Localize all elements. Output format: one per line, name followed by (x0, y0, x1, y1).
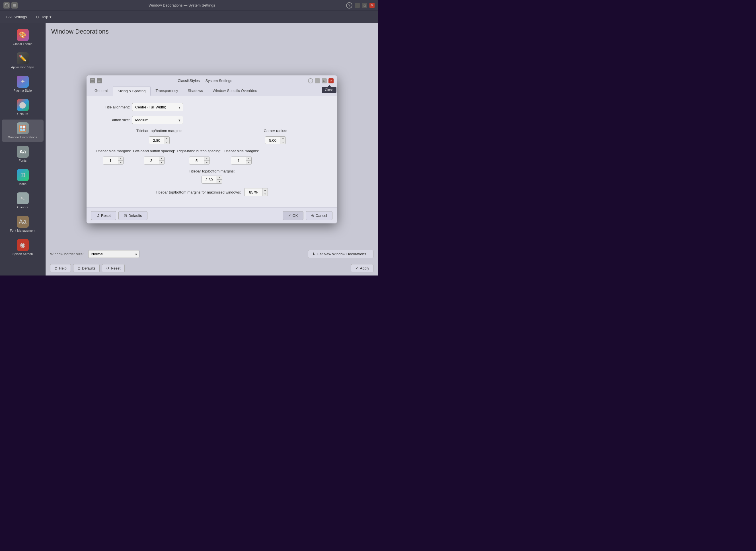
sidebar-label-window-decorations: Window Decorations (8, 135, 37, 139)
maximized-margins-arrows: ▲ ▼ (262, 188, 267, 196)
dialog-menu-icon[interactable] (97, 78, 102, 83)
sidebar-item-global-theme[interactable]: 🎨 Global Theme (2, 26, 44, 48)
maximized-margins-down[interactable]: ▼ (262, 192, 267, 196)
dialog-body: Title alignment: Left Centre Right Centr… (86, 96, 337, 207)
main-titlebar: Window Decorations — System Settings ? —… (0, 0, 378, 11)
menu-icon[interactable] (11, 2, 18, 9)
sidebar-item-icons[interactable]: ⊞ Icons (2, 166, 44, 188)
reset-icon: ↺ (96, 213, 100, 218)
corner-radius-input[interactable] (265, 138, 280, 143)
sidebar-label-splash-screen: Splash Screen (13, 252, 33, 255)
lh-button-spacing-input[interactable] (144, 158, 159, 163)
maximized-margins-input[interactable] (244, 190, 262, 194)
dialog-maximize-button[interactable]: □ (321, 78, 327, 83)
sidebar-item-application-style[interactable]: ✏️ Application Style (2, 49, 44, 72)
dialog-help-button[interactable]: ? (308, 78, 313, 83)
sidebar-item-splash-screen[interactable]: ◉ Splash Screen (2, 236, 44, 258)
side-margins-right-up[interactable]: ▲ (246, 156, 251, 160)
main-maximize-button[interactable]: □ (362, 3, 367, 8)
titlebar-margins-input[interactable] (149, 138, 164, 143)
button-size-row: Button size: Tiny Small Medium Large Ver… (96, 116, 328, 124)
side-margins-left-up[interactable]: ▲ (118, 156, 123, 160)
button-size-select[interactable]: Tiny Small Medium Large Very Large (132, 116, 183, 124)
main-close-button[interactable]: ✕ (369, 3, 374, 8)
colours-icon: ⬤ (17, 99, 29, 111)
rh-button-spacing-input[interactable] (189, 158, 204, 163)
titlebar-margins-down[interactable]: ▼ (164, 140, 169, 144)
sidebar-item-cursors[interactable]: ↖ Cursors (2, 189, 44, 212)
help-button[interactable]: ⊙ Help ▾ (34, 14, 54, 20)
side-margins-right-input[interactable] (231, 158, 246, 163)
titlebar-margins2-arrows: ▲ ▼ (217, 175, 222, 183)
maximized-margins-row: Titlebar top/bottom margins for maximize… (96, 188, 328, 196)
middle-spinbox-row: Titlebar side margins: ▲ ▼ (96, 149, 328, 164)
rh-button-spacing-group: Right-hand button spacing: ▲ ▼ (177, 149, 221, 164)
sidebar-label-application-style: Application Style (11, 65, 34, 69)
dialog-titlebar: ClassikStyles — System Settings ? — □ ✕ … (86, 75, 337, 86)
top-spinbox-row: Titlebar top/bottom margins: ▲ ▼ (96, 129, 328, 144)
icons-icon: ⊞ (17, 169, 29, 181)
dialog-reset-button[interactable]: ↺ Reset (91, 211, 116, 220)
title-alignment-select[interactable]: Left Centre Right Centre (Full Width) (132, 103, 183, 111)
side-margins-right-down[interactable]: ▼ (246, 160, 251, 164)
tab-window-specific-overrides[interactable]: Window-Specific Overrides (208, 86, 261, 96)
main-window: Window Decorations — System Settings ? —… (0, 0, 378, 276)
titlebar-margins2-section: Titlebar top/bottom margins: ▲ ▼ (96, 169, 328, 183)
side-margins-left-input[interactable] (103, 158, 118, 163)
corner-radius-up[interactable]: ▲ (280, 136, 285, 140)
close-tooltip: Close (322, 87, 336, 93)
titlebar-margins-up[interactable]: ▲ (164, 136, 169, 140)
dialog-defaults-label: Defaults (128, 213, 142, 218)
title-alignment-label: Title alignment: (96, 105, 130, 109)
defaults-icon: ⊡ (124, 213, 127, 218)
dialog-app-icon (90, 78, 95, 83)
sidebar-label-cursors: Cursors (17, 205, 28, 209)
dialog-footer-right: ✓ OK ⊗ Cancel (283, 211, 332, 220)
main-help-button[interactable]: ? (346, 2, 352, 9)
tab-transparency[interactable]: Transparency (151, 86, 183, 96)
rh-button-spacing-down[interactable]: ▼ (204, 160, 209, 164)
side-margins-right-spinbox: ▲ ▼ (231, 156, 252, 164)
titlebar-margins2-up[interactable]: ▲ (217, 175, 222, 179)
corner-radius-group: Corner radius: ▲ ▼ (264, 129, 287, 144)
ok-check-icon: ✓ (288, 213, 291, 218)
sidebar-item-fonts[interactable]: Aa Fonts (2, 143, 44, 165)
cancel-icon: ⊗ (311, 213, 314, 218)
dialog-close-button[interactable]: ✕ (328, 78, 333, 83)
sidebar-item-font-management[interactable]: Aa Font Management (2, 213, 44, 235)
main-minimize-button[interactable]: — (355, 3, 360, 8)
main-window-title: Window Decorations — System Settings (18, 3, 346, 7)
titlebar-margins2-input[interactable] (202, 177, 217, 182)
font-management-icon: Aa (17, 216, 29, 228)
lh-button-spacing-up[interactable]: ▲ (159, 156, 164, 160)
sidebar-item-window-decorations[interactable]: 🪟 Window Decorations (2, 119, 44, 142)
main-toolbar: ‹ All Settings ⊙ Help ▾ (0, 11, 378, 23)
rh-button-spacing-arrows: ▲ ▼ (204, 156, 209, 164)
dialog-minimize-button[interactable]: — (315, 78, 320, 83)
rh-button-spacing-up[interactable]: ▲ (204, 156, 209, 160)
dialog-ok-button[interactable]: ✓ OK (283, 211, 303, 220)
maximized-margins-up[interactable]: ▲ (262, 188, 267, 192)
tab-general[interactable]: General (90, 86, 112, 96)
dialog-cancel-button[interactable]: ⊗ Cancel (306, 211, 332, 220)
tab-general-label: General (94, 88, 108, 93)
all-settings-button[interactable]: ‹ All Settings (3, 14, 29, 20)
side-margins-left-arrows: ▲ ▼ (118, 156, 123, 164)
side-margins-right-label: Titlebar side margins: (224, 149, 259, 153)
tab-shadows[interactable]: Shadows (183, 86, 207, 96)
svg-rect-0 (5, 4, 8, 7)
sidebar-item-colours[interactable]: ⬤ Colours (2, 96, 44, 118)
global-theme-icon: 🎨 (17, 29, 29, 41)
dialog-defaults-button[interactable]: ⊡ Defaults (118, 211, 147, 220)
corner-radius-down[interactable]: ▼ (280, 140, 285, 144)
titlebar-margins2-down[interactable]: ▼ (217, 179, 222, 183)
tab-sizing-spacing[interactable]: Sizing & Spacing (113, 86, 150, 96)
titlebar-margins-arrows: ▲ ▼ (164, 136, 169, 144)
sidebar-item-plasma-style[interactable]: ✦ Plasma Style (2, 73, 44, 95)
cursors-icon: ↖ (17, 192, 29, 204)
svg-rect-1 (5, 4, 6, 5)
titlebar-margins-label: Titlebar top/bottom margins: (136, 129, 182, 133)
lh-button-spacing-down[interactable]: ▼ (159, 160, 164, 164)
dialog-footer-left: ↺ Reset ⊡ Defaults (91, 211, 147, 220)
side-margins-left-down[interactable]: ▼ (118, 160, 123, 164)
